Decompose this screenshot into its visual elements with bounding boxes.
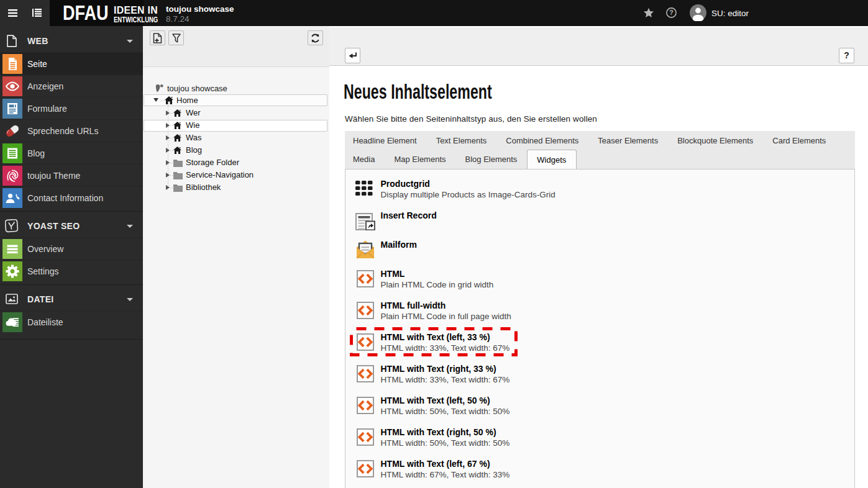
svg-text:?: ? xyxy=(669,9,673,16)
